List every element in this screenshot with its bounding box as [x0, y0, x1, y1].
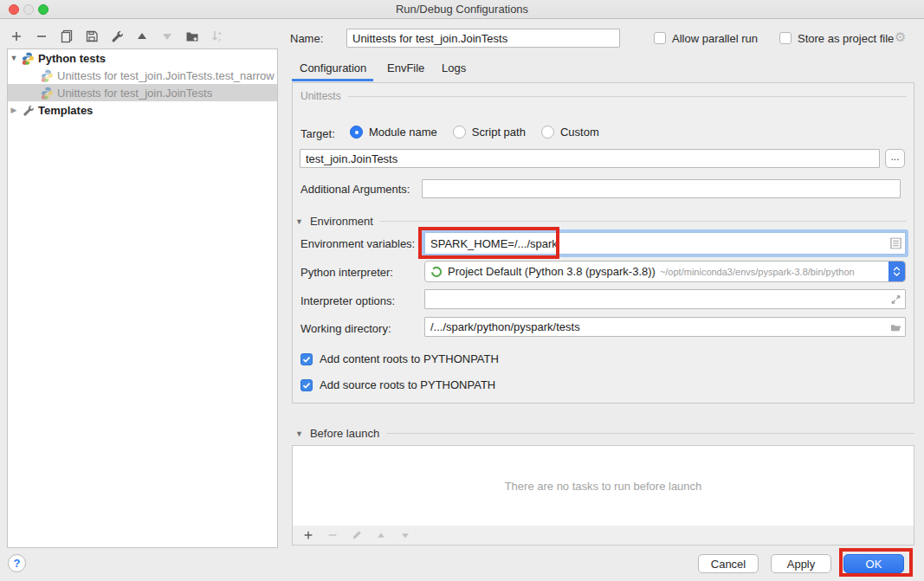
before-launch-tasks-list: There are no tasks to run before launch [292, 445, 914, 526]
new-folder-icon[interactable] [184, 29, 199, 44]
edit-task-pencil-icon[interactable] [350, 529, 363, 542]
add-task-icon[interactable] [301, 529, 314, 542]
tree-item-label: Python tests [38, 52, 106, 65]
checkbox-checked-icon[interactable] [300, 353, 313, 365]
target-radio-group: Module name Script path Custom [350, 126, 599, 139]
move-task-up-icon[interactable] [374, 529, 387, 542]
store-as-project-file-checkbox[interactable]: Store as project file [779, 31, 894, 45]
templates-wrench-icon [22, 104, 35, 117]
checkbox-checked-icon[interactable] [300, 379, 313, 391]
move-up-icon[interactable] [134, 29, 149, 44]
python-test-config-icon [41, 69, 54, 82]
cancel-button[interactable]: Cancel [698, 554, 759, 573]
collapse-triangle-icon[interactable]: ▼ [295, 429, 303, 438]
radio-script-path[interactable]: Script path [453, 126, 526, 139]
environment-variables-input[interactable] [424, 232, 906, 255]
edit-templates-wrench-icon[interactable] [109, 29, 124, 44]
radio-unselected-icon[interactable] [541, 126, 554, 139]
move-task-down-icon[interactable] [398, 529, 411, 542]
copy-configuration-icon[interactable] [59, 29, 74, 44]
tab-configuration[interactable]: Configuration [300, 61, 366, 74]
help-button[interactable]: ? [8, 554, 26, 572]
expand-field-icon[interactable] [890, 294, 901, 305]
tree-item-unittest-jointests-selected[interactable]: Unittests for test_join.JoinTests [8, 84, 277, 101]
python-test-config-icon [41, 87, 54, 100]
python-interpreter-select[interactable]: Project Default (Python 3.8 (pyspark-3.8… [424, 261, 906, 282]
radio-custom[interactable]: Custom [541, 126, 599, 139]
additional-arguments-label: Additional Arguments: [300, 183, 410, 196]
tab-envfile[interactable]: EnvFile [387, 61, 424, 74]
working-directory-label: Working directory: [300, 322, 391, 335]
target-label: Target: [300, 127, 335, 140]
name-label: Name: [290, 32, 323, 45]
active-tab-indicator [292, 79, 373, 81]
add-configuration-icon[interactable] [9, 29, 23, 44]
expand-arrow-icon[interactable]: ▼ [8, 54, 20, 62]
conda-env-icon [430, 266, 443, 278]
move-down-icon[interactable] [159, 29, 174, 44]
browse-module-button[interactable]: ... [885, 149, 905, 168]
sort-configurations-icon[interactable]: az [210, 29, 224, 44]
tree-item-python-tests[interactable]: ▼ Python tests [8, 49, 277, 67]
python-interpreter-label: Python interpreter: [300, 266, 393, 279]
edit-variables-icon[interactable] [890, 238, 901, 249]
tree-item-unittest-narrow[interactable]: Unittests for test_join.JoinTests.test_n… [8, 67, 277, 84]
radio-selected-icon[interactable] [350, 126, 363, 139]
working-directory-input[interactable] [424, 317, 906, 337]
allow-parallel-run-checkbox[interactable]: Allow parallel run [654, 31, 758, 45]
interpreter-options-label: Interpreter options: [300, 294, 395, 307]
interpreter-options-field-wrap [424, 289, 906, 309]
environment-variables-label: Environment variables: [300, 237, 415, 250]
additional-arguments-input[interactable] [422, 179, 901, 198]
radio-unselected-icon[interactable] [453, 126, 466, 139]
radio-module-name[interactable]: Module name [350, 126, 437, 139]
svg-text:z: z [218, 37, 221, 42]
select-stepper-icon[interactable] [888, 261, 905, 281]
run-debug-configurations-dialog: Run/Debug Configurations az ▼ [0, 0, 924, 581]
unittests-group-header: Unittests [300, 90, 907, 102]
radio-label: Script path [472, 126, 526, 139]
divider [348, 96, 907, 97]
interpreter-path: ~/opt/miniconda3/envs/pyspark-3.8/bin/py… [660, 267, 855, 277]
python-tests-icon [22, 52, 35, 65]
radio-label: Custom [560, 126, 599, 139]
configurations-toolbar: az [9, 26, 224, 47]
interpreter-value: Project Default (Python 3.8 (pyspark-3.8… [448, 265, 656, 278]
configurations-tree: ▼ Python tests Unit [7, 48, 278, 548]
tab-logs[interactable]: Logs [442, 61, 466, 74]
working-directory-field-wrap [424, 317, 906, 337]
remove-configuration-icon[interactable] [34, 29, 48, 44]
add-content-roots-checkbox[interactable]: Add content roots to PYTHONPATH [300, 352, 499, 365]
environment-variables-field-wrap [424, 232, 906, 255]
module-name-input[interactable] [300, 149, 880, 168]
empty-tasks-message: There are no tasks to run before launch [505, 480, 702, 493]
title-bar[interactable]: Run/Debug Configurations [0, 0, 924, 19]
remove-task-icon[interactable] [326, 529, 339, 542]
before-launch-group-header[interactable]: ▼ Before launch [295, 427, 914, 440]
window-title: Run/Debug Configurations [0, 3, 924, 16]
checkbox-unchecked-icon[interactable] [779, 32, 792, 44]
collapse-triangle-icon[interactable]: ▼ [295, 217, 303, 226]
group-label: Unittests [300, 90, 341, 102]
gear-icon[interactable]: ⚙ [895, 29, 906, 45]
group-label: Environment [310, 215, 373, 228]
ok-button[interactable]: OK [843, 554, 904, 573]
interpreter-options-input[interactable] [424, 289, 906, 309]
divider [380, 221, 907, 222]
save-configuration-icon[interactable] [84, 29, 99, 44]
name-input[interactable] [346, 29, 620, 48]
tree-item-templates[interactable]: ▶ Templates [8, 101, 277, 119]
svg-text:a: a [218, 30, 222, 36]
group-label: Before launch [310, 427, 379, 440]
folder-icon[interactable] [890, 321, 901, 332]
checkbox-unchecked-icon[interactable] [654, 32, 666, 44]
checkbox-label: Allow parallel run [672, 32, 758, 45]
tree-item-label: Templates [38, 104, 93, 117]
add-source-roots-checkbox[interactable]: Add source roots to PYTHONPATH [300, 378, 495, 391]
before-launch-toolbar [292, 526, 914, 545]
environment-group-header[interactable]: ▼ Environment [295, 215, 907, 228]
checkbox-label: Add source roots to PYTHONPATH [320, 378, 495, 391]
apply-button[interactable]: Apply [771, 554, 831, 573]
tree-item-label: Unittests for test_join.JoinTests.test_n… [57, 69, 275, 82]
collapse-arrow-icon[interactable]: ▶ [8, 106, 20, 114]
